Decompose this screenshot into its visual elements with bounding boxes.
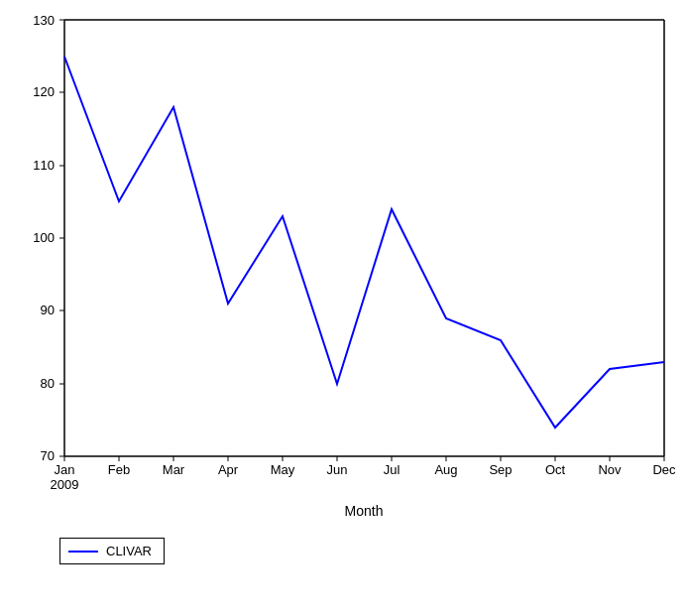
svg-rect-0 xyxy=(0,0,687,616)
chart-container: 130 120 110 100 90 80 70 Jan 2009 xyxy=(0,0,687,616)
x-axis-title: Month xyxy=(345,503,384,519)
legend-line-clivar xyxy=(68,551,98,553)
x-tick-jan: Jan xyxy=(55,462,75,477)
x-tick-apr: Apr xyxy=(218,462,239,477)
y-tick-80: 80 xyxy=(41,376,55,391)
y-tick-120: 120 xyxy=(33,84,55,99)
y-tick-70: 70 xyxy=(41,448,55,463)
x-tick-may: May xyxy=(271,462,295,477)
y-tick-110: 110 xyxy=(33,158,55,173)
chart-svg: 130 120 110 100 90 80 70 Jan 2009 xyxy=(0,0,687,616)
y-tick-130: 130 xyxy=(33,13,55,28)
x-tick-sep: Sep xyxy=(489,462,512,477)
x-tick-dec: Dec xyxy=(652,462,676,477)
legend-label-clivar: CLIVAR xyxy=(106,544,152,558)
y-tick-100: 100 xyxy=(33,230,55,245)
x-tick-feb: Feb xyxy=(108,462,130,477)
x-tick-jun: Jun xyxy=(327,462,348,477)
legend-box: CLIVAR xyxy=(59,538,165,564)
y-tick-90: 90 xyxy=(41,303,55,317)
x-tick-aug: Aug xyxy=(434,462,457,477)
x-tick-2009: 2009 xyxy=(51,477,79,492)
x-tick-nov: Nov xyxy=(598,462,622,477)
x-tick-jul: Jul xyxy=(384,462,401,477)
x-tick-oct: Oct xyxy=(545,462,566,477)
x-tick-mar: Mar xyxy=(163,462,185,477)
